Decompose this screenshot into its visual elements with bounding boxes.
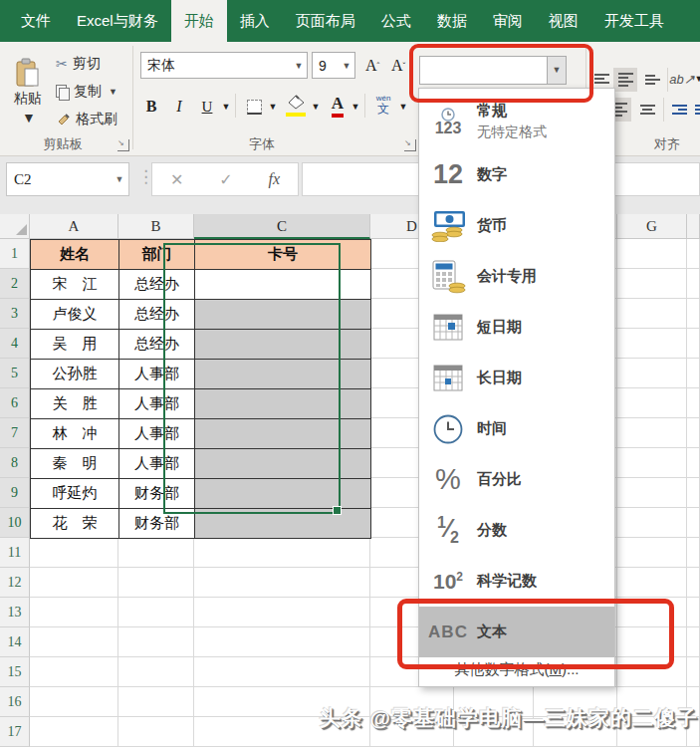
name-box[interactable]: C2 ▼ (6, 162, 129, 196)
cell[interactable] (30, 657, 118, 687)
cell[interactable] (30, 627, 118, 657)
menu-item-百分比[interactable]: %百分比 (419, 454, 614, 505)
more-number-formats-item[interactable]: 其他数字格式(M)... (419, 654, 614, 686)
row-header-2[interactable]: 2 (0, 269, 30, 299)
dept-cell[interactable]: 总经办 (119, 300, 195, 330)
bottom-align-button[interactable] (640, 68, 664, 92)
name-cell[interactable]: 公孙胜 (31, 360, 119, 389)
table-header-部门[interactable]: 部门 (119, 240, 195, 270)
format-painter-button[interactable]: 格式刷 (56, 108, 117, 131)
number-format-combo[interactable]: ▼ (419, 56, 567, 85)
tab-插入[interactable]: 插入 (227, 0, 283, 42)
tab-数据[interactable]: 数据 (424, 0, 480, 42)
menu-item-会计专用[interactable]: 会计专用 (419, 251, 614, 302)
row-header-1[interactable]: 1 (0, 239, 30, 269)
tab-开发工具[interactable]: 开发工具 (591, 0, 677, 42)
cell[interactable] (194, 538, 370, 568)
card-cell[interactable] (195, 419, 371, 449)
underline-dropdown-arrow[interactable]: ▼ (220, 95, 232, 119)
chevron-down-icon[interactable]: ▼ (291, 61, 307, 71)
font-color-button[interactable]: A (326, 92, 350, 116)
card-cell[interactable] (195, 300, 371, 330)
table-header-卡号[interactable]: 卡号 (195, 240, 371, 270)
font-name-combo[interactable]: 宋体 ▼ (140, 52, 308, 79)
row-header-17[interactable]: 17 (0, 717, 30, 747)
borders-button[interactable] (242, 95, 266, 119)
cell[interactable] (30, 568, 118, 598)
cell[interactable] (617, 299, 687, 329)
cell[interactable] (194, 598, 370, 627)
column-header-partial[interactable] (687, 214, 700, 239)
fill-color-button[interactable] (283, 92, 309, 116)
phonetic-guide-button[interactable]: wén文 (370, 92, 396, 118)
dept-cell[interactable]: 人事部 (119, 389, 195, 419)
name-cell[interactable]: 呼延灼 (31, 479, 119, 509)
row-header-9[interactable]: 9 (0, 478, 30, 508)
row-header-4[interactable]: 4 (0, 329, 30, 359)
dept-cell[interactable]: 人事部 (119, 360, 195, 389)
number-format-dropdown-arrow[interactable]: ▼ (547, 57, 566, 84)
row-header-12[interactable]: 12 (0, 568, 30, 598)
cell[interactable] (194, 657, 370, 687)
card-cell[interactable] (195, 509, 371, 539)
orientation-button[interactable]: ab↗ (672, 68, 692, 90)
cell[interactable] (118, 598, 194, 627)
cell[interactable] (617, 627, 687, 657)
increase-indent-button[interactable] (691, 98, 700, 122)
font-size-combo[interactable]: 9 ▼ (312, 52, 355, 79)
menu-item-货币[interactable]: 货币 (419, 200, 614, 251)
dept-cell[interactable]: 人事部 (119, 449, 195, 479)
tab-公式[interactable]: 公式 (368, 0, 424, 42)
row-header-6[interactable]: 6 (0, 388, 30, 418)
dept-cell[interactable]: 财务部 (119, 509, 195, 539)
phonetic-dropdown-arrow[interactable]: ▼ (397, 95, 409, 119)
orientation-dropdown-arrow[interactable]: ▼ (694, 68, 700, 90)
cell[interactable] (30, 687, 118, 717)
copy-button[interactable]: 复制 ▼ (56, 80, 117, 104)
cell[interactable] (118, 538, 194, 568)
row-header-11[interactable]: 11 (0, 538, 30, 568)
insert-function-button[interactable]: fx (269, 170, 281, 188)
name-cell[interactable]: 秦 明 (31, 449, 119, 479)
cancel-icon[interactable]: ✕ (170, 170, 183, 189)
cell[interactable] (687, 627, 700, 657)
name-cell[interactable]: 吴 用 (31, 330, 119, 360)
select-all-corner[interactable] (0, 214, 30, 239)
cell[interactable] (194, 627, 370, 657)
tab-视图[interactable]: 视图 (536, 0, 591, 42)
decrease-font-size-button[interactable]: Aˇ (386, 54, 410, 78)
enter-icon[interactable]: ✓ (219, 170, 232, 189)
row-header-15[interactable]: 15 (0, 657, 30, 687)
card-cell[interactable] (195, 270, 371, 300)
cell[interactable] (617, 478, 687, 508)
column-header-C[interactable]: C (194, 214, 370, 239)
clipboard-dialog-launcher-icon[interactable]: ↘ (117, 139, 129, 151)
increase-font-size-button[interactable]: Aˆ (360, 54, 384, 78)
card-cell[interactable] (195, 360, 371, 389)
cell[interactable] (687, 568, 700, 598)
cell[interactable] (617, 508, 687, 538)
name-cell[interactable]: 关 胜 (31, 389, 119, 419)
cell[interactable] (617, 538, 687, 568)
font-dialog-launcher-icon[interactable]: ↘ (404, 139, 416, 151)
fill-color-dropdown-arrow[interactable]: ▼ (310, 95, 322, 119)
italic-button[interactable]: I (167, 95, 191, 119)
cell[interactable] (118, 687, 194, 717)
menu-item-常规[interactable]: 123常规无特定格式 (419, 94, 614, 149)
menu-item-长日期[interactable]: 长日期 (419, 353, 614, 403)
cell[interactable] (687, 538, 700, 568)
column-header-A[interactable]: A (30, 214, 118, 239)
chevron-down-icon[interactable]: ▼ (111, 174, 128, 184)
tab-审阅[interactable]: 审阅 (480, 0, 536, 42)
decrease-indent-button[interactable] (668, 98, 690, 122)
paste-dropdown-arrow[interactable]: ▼ (22, 110, 36, 125)
cell[interactable] (687, 329, 700, 359)
menu-item-数字[interactable]: 12数字 (419, 149, 614, 200)
chevron-down-icon[interactable]: ▼ (339, 61, 354, 71)
paste-button[interactable]: 粘贴 ▼ (5, 48, 51, 135)
cell[interactable] (687, 418, 700, 448)
cell[interactable] (687, 657, 700, 687)
name-cell[interactable]: 卢俊义 (31, 300, 119, 330)
cell[interactable] (687, 388, 700, 418)
cell[interactable] (30, 598, 118, 627)
